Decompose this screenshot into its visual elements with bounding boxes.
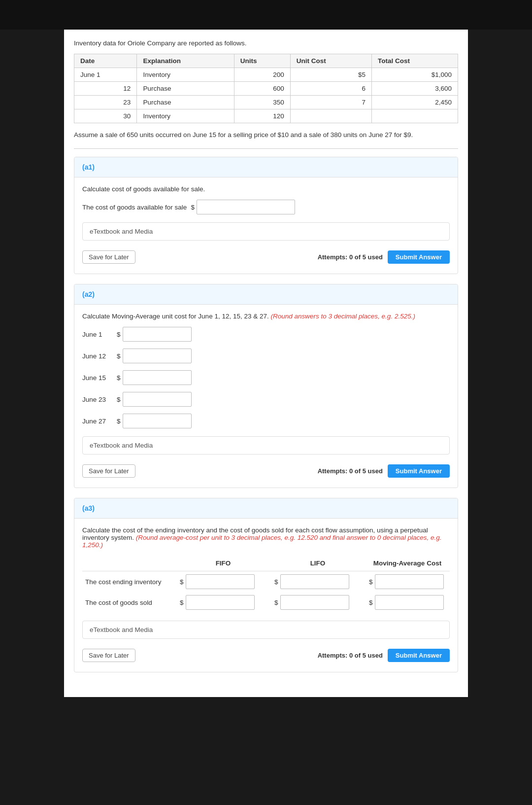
col-date: Date	[74, 54, 137, 68]
table-row: 30 Inventory 120	[74, 109, 458, 123]
a3-header: (a3)	[74, 498, 458, 519]
a2-header: (a2)	[74, 284, 458, 305]
a1-label: The cost of goods available for sale	[82, 204, 187, 211]
a3-attempts: Attempts: 0 of 5 used	[318, 652, 383, 659]
a2-june23-row: June 23 $	[82, 392, 450, 407]
a2-june15-row: June 15 $	[82, 370, 450, 385]
divider	[74, 148, 458, 149]
a3-footer-right: Attempts: 0 of 5 used Submit Answer	[318, 649, 450, 662]
section-a2: (a2) Calculate Moving-Average unit cost …	[74, 284, 458, 488]
section-a3: (a3) Calculate the cost of the ending in…	[74, 498, 458, 672]
a3-col-lifo: LIFO	[270, 556, 365, 571]
table-row: The cost of goods sold $ $	[82, 592, 450, 613]
a3-submit-button[interactable]: Submit Answer	[388, 649, 450, 662]
a3-lifo-cogs-dollar: $	[274, 599, 278, 606]
a2-instruction-red: (Round answers to 3 decimal places, e.g.…	[271, 313, 415, 320]
a3-lifo-ending-input[interactable]	[280, 574, 349, 589]
a2-submit-button[interactable]: Submit Answer	[388, 464, 450, 478]
a3-fifo-cogs-cell: $	[176, 592, 261, 613]
a3-movavg-ending-input[interactable]	[375, 574, 444, 589]
a3-fifo-cogs-input[interactable]	[186, 595, 255, 610]
a2-june15-input[interactable]	[123, 370, 192, 385]
a2-june27-row: June 27 $	[82, 414, 450, 428]
a1-save-button[interactable]: Save for Later	[82, 250, 135, 264]
a2-footer-right: Attempts: 0 of 5 used Submit Answer	[318, 464, 450, 478]
a2-instruction-text: Calculate Moving-Average unit cost for J…	[82, 313, 269, 320]
a3-col-blank	[82, 556, 176, 571]
a2-june27-dollar: $	[117, 418, 121, 425]
a2-instruction: Calculate Moving-Average unit cost for J…	[82, 313, 450, 320]
a3-lifo-cogs-cell: $	[270, 592, 355, 613]
a1-etextbook: eTextbook and Media	[82, 222, 450, 241]
a2-june1-dollar: $	[117, 331, 121, 338]
a2-link[interactable]: (a2)	[82, 290, 95, 298]
a2-save-button[interactable]: Save for Later	[82, 464, 135, 478]
a3-save-button[interactable]: Save for Later	[82, 649, 135, 662]
col-unit-cost: Unit Cost	[290, 54, 371, 68]
a2-june12-dollar: $	[117, 352, 121, 360]
section-a1: (a1) Calculate cost of goods available f…	[74, 157, 458, 274]
a1-header: (a1)	[74, 157, 458, 177]
table-row: 23 Purchase 350 7 2,450	[74, 96, 458, 109]
a3-cogs-label: The cost of goods sold	[82, 592, 176, 613]
a3-lifo-cogs-input[interactable]	[280, 595, 349, 610]
a2-june23-label: June 23	[82, 396, 117, 403]
col-total-cost: Total Cost	[372, 54, 458, 68]
inventory-table: Date Explanation Units Unit Cost Total C…	[74, 54, 458, 123]
a2-june12-label: June 12	[82, 352, 117, 360]
a1-footer-right: Attempts: 0 of 5 used Submit Answer	[318, 250, 450, 264]
a2-june15-label: June 15	[82, 374, 117, 382]
table-row: June 1 Inventory 200 $5 $1,000	[74, 68, 458, 82]
a3-etextbook: eTextbook and Media	[82, 621, 450, 639]
a2-etextbook: eTextbook and Media	[82, 436, 450, 455]
col-units: Units	[234, 54, 290, 68]
a3-instruction-red: (Round average-cost per unit to 3 decima…	[82, 534, 441, 549]
a2-june1-label: June 1	[82, 331, 117, 338]
a2-june1-row: June 1 $	[82, 327, 450, 342]
a1-cost-input[interactable]	[197, 200, 295, 214]
a1-dollar: $	[191, 204, 195, 211]
a1-instruction: Calculate cost of goods available for sa…	[82, 185, 450, 193]
table-row: The cost ending inventory $ $	[82, 571, 450, 593]
table-row: 12 Purchase 600 6 3,600	[74, 82, 458, 96]
assumption-text: Assume a sale of 650 units occurred on J…	[74, 131, 458, 139]
a1-attempts: Attempts: 0 of 5 used	[318, 253, 383, 261]
a3-movavg-cogs-input[interactable]	[375, 595, 444, 610]
a1-footer: Save for Later Attempts: 0 of 5 used Sub…	[82, 246, 450, 266]
a3-col-fifo: FIFO	[176, 556, 270, 571]
a2-june27-input[interactable]	[123, 414, 192, 428]
a3-table: FIFO LIFO Moving-Average Cost The cost e…	[82, 556, 450, 613]
a3-link[interactable]: (a3)	[82, 504, 95, 512]
a3-lifo-ending-cell: $	[270, 571, 355, 593]
a3-movavg-ending-dollar: $	[369, 578, 373, 586]
a3-lifo-ending-dollar: $	[274, 578, 278, 586]
a3-movavg-cogs-dollar: $	[369, 599, 373, 606]
a3-fifo-ending-cell: $	[176, 571, 261, 593]
a3-col-moving-avg: Moving-Average Cost	[365, 556, 450, 571]
a3-ending-inventory-label: The cost ending inventory	[82, 571, 176, 593]
a3-instruction: Calculate the cost of the ending invento…	[82, 526, 450, 549]
a3-movavg-cogs-cell: $	[365, 592, 450, 613]
a2-june1-input[interactable]	[123, 327, 192, 342]
intro-text: Inventory data for Oriole Company are re…	[74, 39, 458, 47]
a3-fifo-cogs-dollar: $	[180, 599, 184, 606]
a2-june23-input[interactable]	[123, 392, 192, 407]
a2-june12-row: June 12 $	[82, 349, 450, 363]
a1-input-row: The cost of goods available for sale $	[82, 200, 450, 214]
a1-submit-button[interactable]: Submit Answer	[388, 250, 450, 264]
a2-june27-label: June 27	[82, 418, 117, 425]
a2-footer: Save for Later Attempts: 0 of 5 used Sub…	[82, 460, 450, 480]
a3-movavg-ending-cell: $	[365, 571, 450, 593]
col-explanation: Explanation	[137, 54, 234, 68]
a2-june12-input[interactable]	[123, 349, 192, 363]
a1-link[interactable]: (a1)	[82, 163, 95, 171]
a3-header-row: FIFO LIFO Moving-Average Cost	[82, 556, 450, 571]
a3-fifo-ending-dollar: $	[180, 578, 184, 586]
a2-june23-dollar: $	[117, 396, 121, 403]
a2-june15-dollar: $	[117, 374, 121, 382]
a3-footer: Save for Later Attempts: 0 of 5 used Sub…	[82, 645, 450, 664]
a3-fifo-ending-input[interactable]	[186, 574, 255, 589]
a2-attempts: Attempts: 0 of 5 used	[318, 467, 383, 475]
